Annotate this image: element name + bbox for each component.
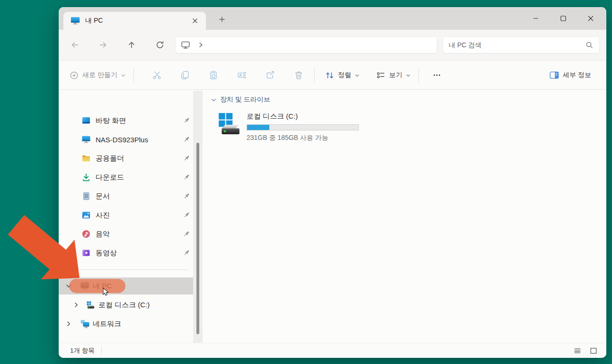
item-count: 1개 항목: [70, 347, 95, 355]
pin-icon: [183, 173, 190, 181]
files-pane: 장치 및 드라이브 로컬 디스크 (C:) 231GB 중 185GB 사용 가…: [203, 91, 606, 343]
view-label: 보기: [389, 71, 402, 79]
sort-label: 정렬: [338, 71, 351, 79]
mouse-cursor: [102, 287, 110, 296]
sidebar-scrollbar[interactable]: [193, 91, 203, 343]
folder-icon: [81, 154, 91, 163]
download-icon: [81, 173, 91, 182]
details-pane-icon: [549, 70, 559, 80]
monitor-icon: [70, 16, 80, 26]
back-button[interactable]: [65, 35, 84, 54]
view-list-icon: [376, 70, 386, 80]
sort-button[interactable]: 정렬: [321, 66, 364, 85]
music-icon: [81, 229, 91, 239]
chevron-down-icon: [406, 73, 411, 78]
sidebar-item-desktop[interactable]: 바탕 화면: [59, 112, 193, 129]
status-bar: 1개 항목: [59, 343, 606, 358]
annotation-highlight-pill: [69, 279, 125, 293]
sort-arrows-icon: [325, 70, 335, 80]
network-icon: [80, 319, 90, 329]
maximize-button[interactable]: [552, 11, 574, 26]
chevron-down-icon: [355, 73, 360, 78]
pin-icon: [183, 211, 190, 219]
rename-button[interactable]: [232, 66, 251, 85]
search-input[interactable]: [449, 41, 585, 49]
chevron-down-icon: [211, 97, 217, 103]
tab-title: 내 PC: [85, 17, 189, 25]
ellipsis-icon: [432, 70, 442, 80]
sidebar-item-nas[interactable]: NAS-DS923Plus: [59, 131, 193, 148]
tree-item-my-pc[interactable]: 내 PC: [59, 277, 193, 295]
details-label: 세부 정보: [563, 71, 591, 79]
video-icon: [81, 248, 91, 258]
minimize-button[interactable]: [525, 11, 547, 26]
desktop-background: 내 PC: [0, 0, 612, 364]
refresh-button[interactable]: [151, 35, 169, 54]
new-button-label: 새로 만들기: [82, 71, 117, 79]
computer-icon: [180, 40, 191, 50]
up-button[interactable]: [122, 35, 141, 54]
nas-monitor-icon: [81, 135, 91, 144]
delete-button[interactable]: [289, 66, 308, 85]
tab-close-icon[interactable]: [189, 15, 201, 27]
thumbnail-view-icon: [589, 347, 598, 355]
hard-drive-icon: [218, 112, 240, 142]
sidebar-item-pictures[interactable]: 사진: [59, 207, 193, 224]
navigation-bar: [59, 30, 606, 60]
pin-icon: [183, 249, 190, 257]
search-icon[interactable]: [585, 41, 594, 49]
desktop-icon: [81, 116, 91, 125]
disk-drive-icon: [86, 300, 95, 310]
sidebar-divider: [70, 269, 188, 270]
capacity-caption: 231GB 중 185GB 사용 가능: [247, 134, 359, 142]
sidebar-item-videos[interactable]: 동영상: [59, 244, 193, 261]
tab-my-pc[interactable]: 내 PC: [63, 12, 206, 30]
breadcrumb-chevron-icon[interactable]: [197, 42, 204, 48]
navigation-pane: 바탕 화면 NAS-DS923Plus 공용폴더 다운로드: [59, 91, 193, 343]
chevron-right-icon[interactable]: [73, 302, 80, 308]
pin-icon: [183, 192, 190, 200]
new-button[interactable]: 새로 만들기: [65, 66, 130, 85]
share-button[interactable]: [261, 66, 280, 85]
copy-button[interactable]: [176, 66, 195, 85]
close-button[interactable]: [580, 11, 602, 26]
tree-item-local-disk-c[interactable]: 로컬 디스크 (C:): [59, 296, 193, 313]
search-box[interactable]: [443, 36, 600, 53]
thumbnail-view-toggle[interactable]: [587, 345, 600, 356]
sidebar-item-shared-folder[interactable]: 공용폴더: [59, 150, 193, 167]
plus-circle-icon: [69, 70, 79, 80]
file-explorer-window: 내 PC: [59, 7, 606, 358]
paste-button[interactable]: [204, 66, 223, 85]
capacity-bar-fill: [247, 125, 269, 130]
address-bar[interactable]: [175, 36, 437, 53]
chevron-down-icon: [121, 73, 126, 78]
drive-name: 로컬 디스크 (C:): [247, 112, 359, 121]
capacity-bar: [247, 124, 359, 130]
scrollbar-thumb[interactable]: [196, 143, 199, 334]
pin-icon: [183, 136, 190, 143]
more-options-button[interactable]: [427, 66, 446, 85]
pin-icon: [183, 117, 190, 124]
new-tab-button[interactable]: [215, 13, 229, 26]
list-view-icon: [573, 347, 582, 355]
sidebar-item-music[interactable]: 음악: [59, 225, 193, 243]
status-divider: [101, 347, 102, 355]
pin-icon: [183, 155, 190, 162]
command-toolbar: 새로 만들기: [59, 60, 606, 90]
pin-icon: [183, 230, 190, 238]
cut-button[interactable]: [148, 66, 167, 85]
chevron-right-icon[interactable]: [65, 321, 72, 327]
pictures-icon: [81, 210, 91, 220]
forward-button[interactable]: [94, 35, 113, 54]
document-icon: [81, 191, 91, 201]
tree-item-network[interactable]: 네트워크: [59, 315, 193, 332]
view-button[interactable]: 보기: [372, 66, 415, 85]
tab-strip: 내 PC: [59, 7, 606, 30]
list-view-toggle[interactable]: [571, 345, 584, 356]
group-header-devices-and-drives[interactable]: 장치 및 드라이브: [211, 95, 270, 104]
sidebar-item-downloads[interactable]: 다운로드: [59, 169, 193, 186]
details-pane-button[interactable]: 세부 정보: [545, 66, 595, 85]
sidebar-item-documents[interactable]: 문서: [59, 188, 193, 205]
drive-item-local-disk-c[interactable]: 로컬 디스크 (C:) 231GB 중 185GB 사용 가능: [218, 112, 388, 142]
